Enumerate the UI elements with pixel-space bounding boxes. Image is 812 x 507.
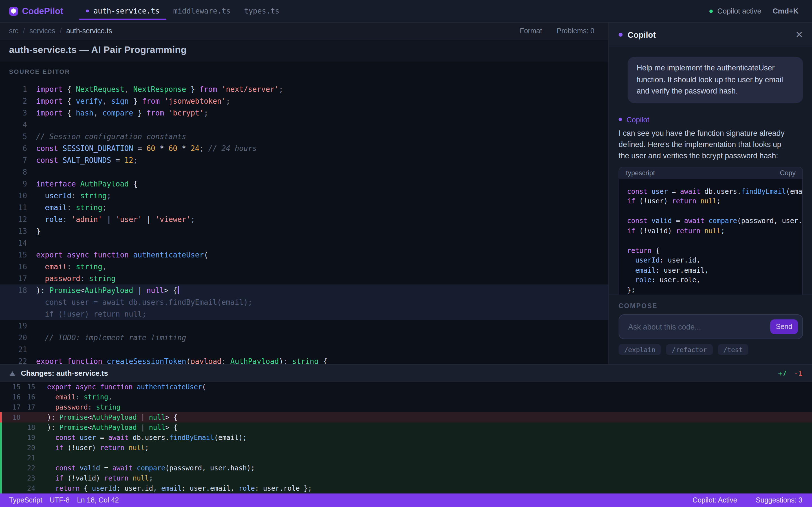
token: : [67,203,71,212]
diff-line-context[interactable]: 1616 email: string, [0,392,812,402]
slash-command-chip[interactable]: /refactor [666,344,713,355]
diff-line-context[interactable]: 1515export async function authenticateUs… [0,382,812,392]
token: }; [627,286,635,294]
token: string [292,357,319,364]
format-button[interactable]: Format [520,27,542,35]
new-line-number: 24 [20,485,35,492]
code-line[interactable]: 18): Promise<AuthPayload | null> { [0,284,608,296]
code-line[interactable]: 12 role: 'admin' | 'user' | 'viewer'; [0,214,608,225]
token: ; [149,474,153,482]
token: userId [627,256,660,264]
token: : [80,274,85,283]
code-area[interactable]: 1import { NextRequest, NextResponse } fr… [0,83,608,364]
line-number: 21 [0,345,27,354]
code-line[interactable]: 22export function createSessionToken(pay… [0,355,608,364]
changes-header[interactable]: Changes: auth-service.ts +7 -1 [0,364,812,382]
command-palette-shortcut[interactable]: Cmd+K [772,7,799,15]
new-line-number: 22 [20,464,35,472]
token: ; [107,191,111,200]
token: // 24 hours [208,144,257,153]
token: user [647,187,668,195]
code-line[interactable]: 7const SALT_ROUNDS = 12; [0,154,608,166]
code-block-line: }; [627,285,795,295]
copy-button[interactable]: Copy [780,169,796,177]
breadcrumb-item[interactable]: src [9,27,18,35]
diff-line-code: const valid = await compare(password, us… [47,464,255,472]
token: : user.email, [656,266,709,274]
breadcrumb-item[interactable]: auth-service.ts [66,27,112,35]
send-button[interactable]: Send [770,320,798,334]
slash-command-chip[interactable]: /test [718,344,748,355]
ghost-suggestion-line[interactable]: if (!user) return null; [0,308,608,320]
token: sign [107,97,129,105]
token: await [108,434,129,442]
diff-line-removed[interactable]: 18): Promise<AuthPayload | null> { [0,412,812,422]
line-number: 20 [0,334,27,342]
diff-line-added[interactable]: 19 const user = await db.users.findByEma… [0,433,812,443]
ghost-suggestion-line[interactable]: const user = await db.users.findByEmail(… [0,296,608,308]
diff-line-added[interactable]: 22 const valid = await compare(password,… [0,463,812,473]
token: email [47,393,75,401]
added-count: +7 [778,369,786,378]
app: CodePilot auth-service.tsmiddleware.tsty… [0,0,812,507]
code-line[interactable]: 10 userId: string; [0,190,608,202]
token: authenticateUser [133,383,202,391]
token: , [124,85,129,94]
code-line[interactable]: 14 [0,237,608,249]
token: = [672,217,684,225]
code-line[interactable]: 11 email: string; [0,202,608,214]
code-line[interactable]: 8 [0,166,608,178]
user-message: Help me implement the authenticateUser f… [627,57,803,103]
token: , [108,393,112,401]
breadcrumb-item[interactable]: services [29,27,55,35]
token: : user.id, [660,256,701,264]
diff-line-code: ): Promise<AuthPayload | null> { [47,424,177,432]
token: : [88,403,92,411]
code-line[interactable]: 4 [0,119,608,131]
code-line[interactable]: 1import { NextRequest, NextResponse } fr… [0,83,608,95]
code-line[interactable]: 3import { hash, compare } from 'bcrypt'; [0,107,608,119]
token: compare [705,217,737,225]
diff-line-added[interactable]: 24 return { userId: user.id, email: user… [0,483,812,494]
chat-input[interactable]: Ask about this code... Send [619,314,803,339]
code-line[interactable]: 13} [0,225,608,237]
token: return [676,227,700,235]
code-line[interactable]: 20 // TODO: implement rate limiting [0,332,608,344]
token: SALT_ROUNDS [58,156,111,165]
diff-line-added[interactable]: 20 if (!user) return null; [0,443,812,453]
code-line[interactable]: 15export async function authenticateUser… [0,249,608,261]
diff-line-added[interactable]: 21 [0,453,812,463]
tab-label: middleware.ts [173,7,231,15]
tab-middleware.ts[interactable]: middleware.ts [166,0,238,22]
diff-line-context[interactable]: 1717 password: string [0,402,812,412]
code-line[interactable]: 16 email: string, [0,261,608,273]
new-line-number: 17 [20,403,35,411]
code-line[interactable]: 6const SESSION_DURATION = 60 * 60 * 24; … [0,143,608,154]
diff-line-added[interactable]: 18): Promise<AuthPayload | null> { [0,422,812,433]
problems-indicator[interactable]: Problems: 0 [557,27,594,35]
code-line[interactable]: 19 [0,320,608,332]
line-number: 22 [0,357,27,364]
token: const [627,217,647,225]
token: userId [92,485,116,492]
code-line[interactable]: 9interface AuthPayload { [0,178,608,190]
token: , [102,263,107,271]
token: createSessionToken [102,357,186,364]
close-icon[interactable]: ✕ [795,30,803,39]
diff-marker [0,402,2,412]
code-line[interactable]: 5// Session configuration constants [0,131,608,143]
suggested-code-block: typescript Copy const user = await db.us… [619,166,803,295]
code-block-line [627,236,795,246]
token: if (!user) return null; [36,310,146,318]
diff-line-added[interactable]: 23 if (!valid) return null; [0,473,812,483]
token: await [112,464,133,472]
code-line[interactable]: 17 password: string [0,273,608,284]
code-line[interactable]: 2import { verify, sign } from 'jsonwebto… [0,95,608,107]
source-editor[interactable]: SOURCE EDITOR 1import { NextRequest, Nex… [0,61,608,364]
tab-auth-service.ts[interactable]: auth-service.ts [79,0,166,22]
token: * [177,144,191,153]
slash-command-chip[interactable]: /explain [619,344,661,355]
code-line[interactable]: 21 [0,344,608,355]
tab-types.ts[interactable]: types.ts [238,0,286,22]
collapse-triangle-icon[interactable] [10,371,15,376]
